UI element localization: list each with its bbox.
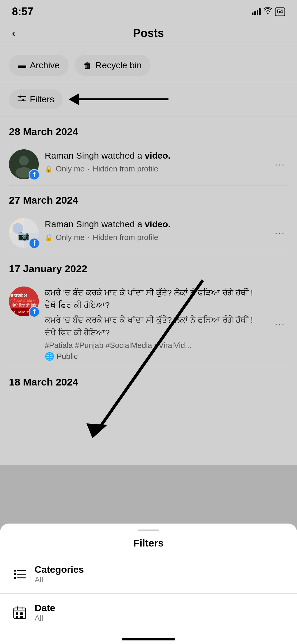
date-text: Date All [35,603,55,623]
page-title: Posts [133,27,164,40]
svg-rect-31 [20,612,23,615]
status-bar: 8:57 54 [0,0,297,21]
post-title: Raman Singh watched a video. [45,149,266,162]
date-section-3: 17 January 2022 [9,254,288,281]
svg-text:ੇ? ਲੋਕਾਂ ਨੇ ਫੜਿਆ: ੇ? ਲੋਕਾਂ ਨੇ ਫੜਿਆ [10,298,37,303]
lock-icon: 🔒 [45,234,53,242]
home-indicator [122,638,175,640]
post-content: Raman Singh watched a video. 🔒 Only me ·… [45,149,266,174]
post-content: ਕਮਰੇ 'ਚ ਬੰਦ ਕਰਕੇ ਮਾਰ ਕੇ ਖਾਂਦਾ ਸੀ ਕੁੱਤੇ? … [45,287,266,361]
facebook-badge: f [29,238,40,249]
date-value: All [35,614,55,623]
filters-row: Filters [0,82,297,117]
post-title: Raman Singh watched a video. [45,218,266,230]
wifi-icon [264,7,272,16]
bottom-sheet: Filters Categories All [0,524,297,644]
table-row: 📷 f Raman Singh watched a video. 🔒 Only … [9,212,288,254]
avatar: f [9,149,39,179]
svg-point-5 [19,156,29,165]
categories-label: Categories [35,564,84,575]
svg-text:ਦ ਕਰਕੇ ਮ: ਦ ਕਰਕੇ ਮ [10,293,27,298]
posts-container: 28 March 2024 f Raman Singh watched a vi… [0,117,297,394]
filters-label: Filters [30,94,54,104]
svg-rect-22 [14,573,16,575]
date-section-4: 18 March 2024 [9,367,288,394]
post-tags: #Patiala #Punjab #SocialMedia #ViralVid.… [45,341,266,350]
date-icon [12,605,27,620]
back-button[interactable]: ‹ [12,27,16,40]
post-meta: 🔒 Only me · Hidden from profile [45,233,266,242]
categories-text: Categories All [35,564,84,584]
svg-point-1 [19,95,21,97]
bottom-sheet-overlay: Filters Categories All [0,465,297,644]
sheet-handle [138,530,159,531]
date-label: Date [35,603,55,614]
svg-rect-26 [14,608,26,619]
lock-icon: 🔒 [45,165,53,173]
recycle-bin-label: Recycle bin [95,60,142,70]
post-privacy: Only me [56,164,85,174]
table-row: ਦ ਕਰਕੇ ਮ ੇ? ਲੋਕਾਂ ਨੇ ਫੜਿਆ ! ਦੇਖੋ ਫਿਰ ਕੀ … [9,281,288,367]
filters-button[interactable]: Filters [9,89,63,109]
svg-rect-24 [14,577,16,579]
svg-marker-19 [86,423,107,438]
post-visibility: 🌐 Public [45,352,266,361]
post-privacy: Only me [56,233,85,242]
status-time: 8:57 [12,5,33,18]
header: ‹ Posts [0,21,297,46]
categories-value: All [35,575,84,584]
list-item[interactable]: Date All [0,594,297,632]
date-section-1: 28 March 2024 [9,117,288,143]
svg-point-3 [22,99,24,101]
archive-label: Archive [30,60,60,70]
signal-icon [252,8,261,15]
archive-button[interactable]: ▬ Archive [9,55,69,76]
avatar: 📷 f [9,218,39,248]
arrow-annotation [69,93,168,105]
svg-rect-30 [16,612,18,615]
trash-icon: 🗑 [83,61,92,70]
archive-icon: ▬ [18,61,26,70]
list-item[interactable]: Categories All [0,555,297,594]
more-options-button[interactable]: ··· [272,159,288,169]
avatar: ਦ ਕਰਕੇ ਮ ੇ? ਲੋਕਾਂ ਨੇ ਫੜਿਆ ! ਦੇਖੋ ਫਿਰ ਕੀ … [9,287,39,316]
filter-icon [17,95,26,104]
post-hidden-status: Hidden from profile [93,233,158,242]
post-content: Raman Singh watched a video. 🔒 Only me ·… [45,218,266,242]
categories-icon [12,566,27,582]
status-icons: 54 [252,7,285,16]
svg-rect-32 [16,616,18,618]
globe-icon: 🌐 [45,352,54,361]
sheet-title: Filters [0,537,297,555]
svg-text:📷: 📷 [18,230,30,241]
facebook-badge: f [29,169,40,180]
post-hidden-status: Hidden from profile [93,164,158,174]
post-desc: ਕਮਰੇ 'ਚ ਬੰਦ ਕਰਕੇ ਮਾਰ ਕੇ ਖਾਂਦਾ ਸੀ ਕੁੱਤੇ? … [45,314,266,339]
recycle-bin-button[interactable]: 🗑 Recycle bin [75,55,151,76]
svg-rect-20 [14,570,16,572]
table-row: f Raman Singh watched a video. 🔒 Only me… [9,143,288,185]
post-meta: 🔒 Only me · Hidden from profile [45,164,266,174]
more-options-button[interactable]: ··· [272,319,288,329]
post-title: ਕਮਰੇ 'ਚ ਬੰਦ ਕਰਕੇ ਮਾਰ ਕੇ ਖਾਂਦਾ ਸੀ ਕੁੱਤੇ? … [45,287,266,312]
date-section-2: 27 March 2024 [9,185,288,212]
facebook-badge: f [29,306,40,318]
more-options-button[interactable]: ··· [272,228,288,238]
action-buttons-row: ▬ Archive 🗑 Recycle bin [0,46,297,82]
battery-icon: 54 [275,7,285,16]
svg-rect-33 [20,616,23,618]
